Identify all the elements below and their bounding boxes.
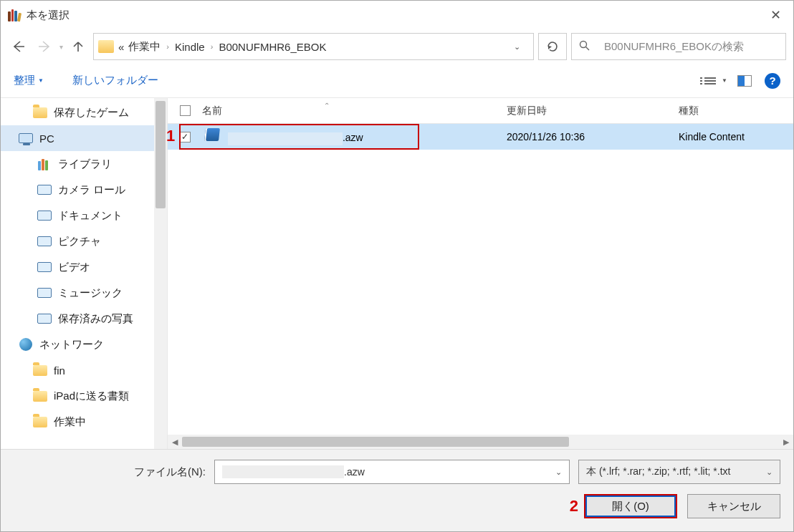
tree-icon: [18, 338, 34, 351]
close-icon[interactable]: ✕: [757, 1, 793, 29]
chevron-down-icon[interactable]: ⌄: [514, 42, 520, 52]
tree-icon: [37, 158, 52, 170]
file-list: 名前 ⌃ 更新日時 種類 1 ✓ .azw 2020/11/26 10:36 K…: [168, 98, 793, 449]
search-placeholder: B00NUFMHR6_EBOKの検索: [604, 40, 744, 54]
filename-input[interactable]: .azw ⌄: [214, 460, 570, 484]
sidebar-item-label: 作業中: [54, 415, 86, 429]
search-input[interactable]: B00NUFMHR6_EBOKの検索: [571, 33, 786, 60]
horizontal-scrollbar[interactable]: ◀ ▶: [168, 435, 793, 449]
callout-2: 2: [570, 497, 578, 516]
row-checkbox[interactable]: ✓: [180, 132, 191, 142]
breadcrumb[interactable]: « 作業中 › Kindle › B00NUFMHR6_EBOK ⌄: [93, 33, 534, 60]
sidebar-item[interactable]: iPadに送る書類: [1, 383, 167, 409]
sort-caret-icon: ⌃: [324, 102, 330, 110]
sidebar-item-label: ドキュメント: [58, 209, 123, 223]
back-button[interactable]: [8, 36, 29, 57]
sidebar-scrollbar[interactable]: [154, 98, 167, 449]
chevron-right-icon: ›: [166, 42, 169, 51]
sidebar-item[interactable]: ビデオ: [1, 254, 167, 280]
help-button[interactable]: ?: [765, 73, 780, 89]
breadcrumb-seg[interactable]: Kindle: [175, 41, 205, 53]
sidebar-item[interactable]: ネットワーク: [1, 332, 167, 357]
file-type: Kindle Content: [679, 131, 793, 142]
sidebar-item[interactable]: fin: [1, 357, 167, 383]
sidebar-item-label: iPadに送る書類: [54, 390, 129, 403]
file-row[interactable]: ✓ .azw 2020/11/26 10:36 Kindle Content: [168, 124, 793, 150]
sidebar-item[interactable]: カメラ ロール: [1, 177, 167, 203]
preview-pane-button[interactable]: [737, 75, 752, 87]
tree-icon: [37, 261, 52, 274]
open-button[interactable]: 開く(O): [584, 494, 677, 518]
svg-point-0: [580, 42, 587, 48]
folder-icon: [98, 40, 114, 53]
chevron-right-icon: ›: [211, 42, 214, 51]
up-button[interactable]: [67, 36, 89, 57]
breadcrumb-seg[interactable]: B00NUFMHR6_EBOK: [219, 41, 326, 53]
filename-value-redacted: [222, 465, 344, 478]
sidebar: 保存したゲームPCライブラリカメラ ロールドキュメントピクチャビデオミュージック…: [1, 98, 168, 449]
sidebar-item[interactable]: 保存したゲーム: [1, 100, 167, 125]
history-dropdown-icon[interactable]: ▾: [59, 43, 63, 51]
sidebar-item-label: fin: [54, 364, 65, 377]
callout-1: 1: [166, 127, 175, 145]
file-type-filter[interactable]: 本 (*.lrf; *.rar; *.zip; *.rtf; *.lit; *.…: [578, 460, 780, 484]
sidebar-item-label: ピクチャ: [58, 235, 101, 248]
sidebar-item[interactable]: ミュージック: [1, 280, 167, 306]
forward-button[interactable]: [34, 36, 55, 57]
tree-icon: [32, 364, 48, 377]
breadcrumb-prefix: «: [118, 41, 124, 53]
tree-icon: [32, 415, 48, 428]
toolbar: 整理▼ 新しいフォルダー ▼ ?: [1, 64, 793, 98]
sidebar-item-label: カメラ ロール: [58, 183, 125, 197]
app-icon: [8, 9, 21, 21]
tree-icon: [37, 312, 52, 325]
breadcrumb-seg[interactable]: 作業中: [128, 40, 161, 54]
title-bar: 本を選択 ✕: [1, 1, 793, 29]
chevron-down-icon[interactable]: ⌄: [555, 468, 562, 477]
sidebar-item-label: PC: [39, 132, 54, 145]
column-headers: 名前 ⌃ 更新日時 種類: [168, 98, 793, 124]
filename-redacted: [228, 132, 343, 145]
column-date[interactable]: 更新日時: [507, 105, 679, 117]
new-folder-button[interactable]: 新しいフォルダー: [72, 74, 158, 87]
column-name[interactable]: 名前 ⌃: [202, 105, 507, 117]
tree-icon: [32, 390, 48, 402]
svg-line-1: [586, 47, 590, 51]
file-date: 2020/11/26 10:36: [507, 131, 679, 142]
filename-label: ファイル名(N):: [14, 465, 214, 479]
sidebar-item[interactable]: ピクチャ: [1, 228, 167, 254]
footer: ファイル名(N): .azw ⌄ 本 (*.lrf; *.rar; *.zip;…: [1, 449, 793, 531]
sidebar-item[interactable]: ドキュメント: [1, 203, 167, 228]
chevron-down-icon: ⌄: [766, 468, 773, 477]
organize-menu[interactable]: 整理▼: [14, 74, 44, 87]
tree-icon: [32, 106, 48, 119]
tree-icon: [37, 183, 52, 196]
sidebar-item-label: 保存したゲーム: [54, 106, 129, 120]
sidebar-item-label: ネットワーク: [39, 338, 104, 352]
window-title: 本を選択: [27, 9, 70, 22]
sidebar-item-label: ビデオ: [58, 261, 90, 274]
tree-icon: [37, 209, 52, 222]
refresh-button[interactable]: [538, 33, 567, 60]
select-all-checkbox[interactable]: [180, 105, 191, 116]
list-view-icon: [704, 77, 716, 84]
column-type[interactable]: 種類: [679, 105, 793, 117]
tree-icon: [37, 235, 52, 248]
sidebar-item[interactable]: 作業中: [1, 409, 167, 435]
book-icon: [204, 128, 220, 141]
view-options-button[interactable]: ▼: [704, 77, 727, 84]
file-ext: .azw: [343, 132, 363, 143]
tree-icon: [37, 286, 52, 299]
sidebar-item[interactable]: PC: [1, 125, 167, 151]
sidebar-item[interactable]: ライブラリ: [1, 151, 167, 177]
nav-bar: ▾ « 作業中 › Kindle › B00NUFMHR6_EBOK ⌄ B00…: [1, 29, 793, 64]
search-icon: [579, 40, 590, 53]
sidebar-item-label: ミュージック: [58, 286, 123, 300]
sidebar-item-label: 保存済みの写真: [58, 312, 133, 326]
sidebar-item-label: ライブラリ: [58, 158, 112, 171]
sidebar-item[interactable]: 保存済みの写真: [1, 306, 167, 332]
cancel-button[interactable]: キャンセル: [687, 494, 780, 518]
tree-icon: [18, 132, 34, 145]
